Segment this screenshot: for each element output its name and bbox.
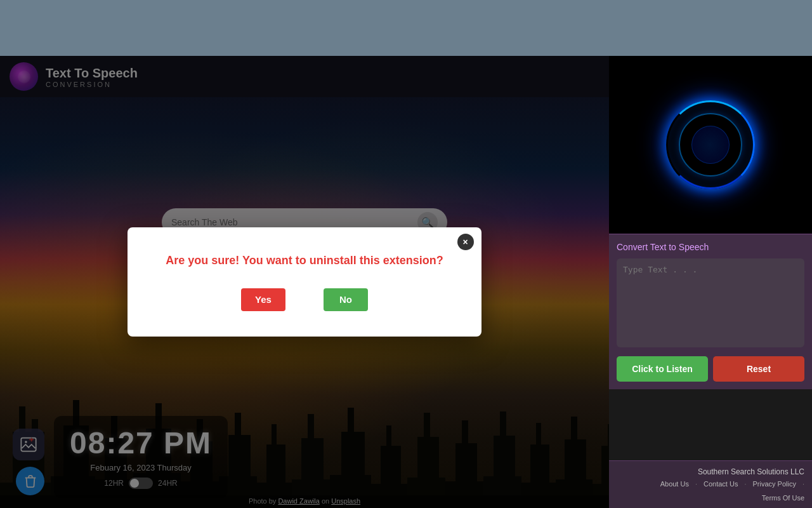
confirm-yes-button[interactable]: Yes <box>241 288 285 311</box>
right-panel: Convert Text to Speech Click to Listen R… <box>609 56 812 508</box>
footer-links: About Us · Contact Us · Privacy Policy ·… <box>617 480 804 502</box>
visualizer-area <box>609 56 812 234</box>
right-footer: Southern Search Solutions LLC About Us ·… <box>609 460 812 508</box>
browser-chrome <box>0 0 812 56</box>
tts-panel: Convert Text to Speech Click to Listen R… <box>609 234 812 389</box>
tts-panel-title: Convert Text to Speech <box>617 242 804 252</box>
footer-privacy-link[interactable]: Privacy Policy <box>752 480 796 488</box>
background-area: Text To Speech CONVERSION 🔍 <box>0 56 609 508</box>
main-area: Text To Speech CONVERSION 🔍 <box>0 56 812 508</box>
reset-button[interactable]: Reset <box>713 356 804 382</box>
confirm-no-button[interactable]: No <box>324 288 368 311</box>
footer-contact-link[interactable]: Contact Us <box>704 480 738 488</box>
footer-terms-link[interactable]: Terms Of Use <box>762 494 804 502</box>
tts-textarea[interactable] <box>617 258 804 347</box>
modal-overlay: × Are you sure! You want to uninstall th… <box>0 56 609 508</box>
modal-close-button[interactable]: × <box>457 234 474 250</box>
tts-buttons: Click to Listen Reset <box>617 356 804 382</box>
footer-about-link[interactable]: About Us <box>660 480 689 488</box>
company-name: Southern Search Solutions LLC <box>617 467 804 476</box>
listen-button[interactable]: Click to Listen <box>617 356 708 382</box>
modal-box: × Are you sure! You want to uninstall th… <box>128 227 481 336</box>
modal-question: Are you sure! You want to uninstall this… <box>166 253 443 269</box>
close-icon: × <box>463 237 468 247</box>
ring-inner <box>679 113 742 177</box>
audio-visualizer <box>666 100 755 189</box>
modal-buttons: Yes No <box>166 288 443 311</box>
